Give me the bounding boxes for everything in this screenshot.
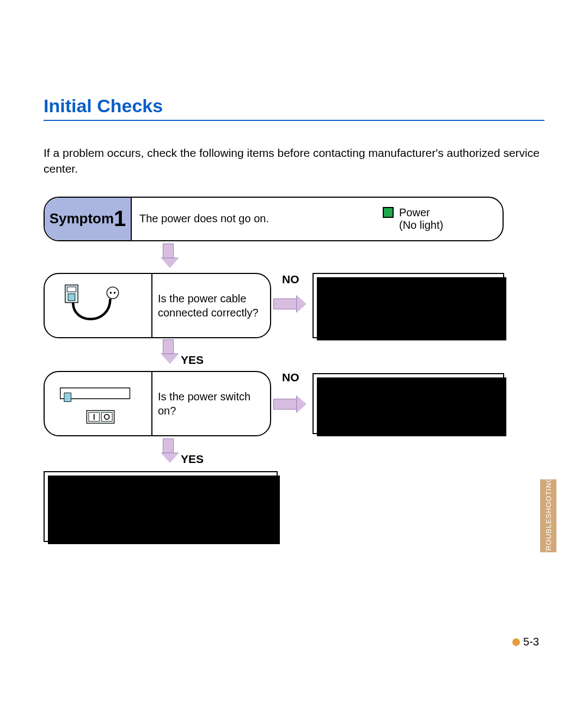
svg-rect-2 xyxy=(68,294,75,301)
symptom-bar: Symptom1 The power does not go on. Power… xyxy=(44,197,504,241)
page-number: 5-3 xyxy=(512,636,539,648)
no-label-2: NO xyxy=(282,371,299,384)
yes-label-1: YES xyxy=(181,354,204,367)
arrow-down-icon xyxy=(161,438,175,463)
power-cable-icon xyxy=(45,274,152,337)
flowchart: Symptom1 The power does not go on. Power… xyxy=(44,197,512,556)
symptom-description: The power does not go on. xyxy=(132,198,383,240)
title-rule xyxy=(44,120,544,121)
final-text: Contact manufacturer's authorized servic… xyxy=(54,486,246,517)
final-box: Contact manufacturer's authorized servic… xyxy=(44,471,278,542)
arrow-down-icon xyxy=(161,243,175,268)
arrow-right-icon xyxy=(273,397,307,411)
symptom-number: 1 xyxy=(114,206,126,231)
svg-point-5 xyxy=(114,292,116,294)
symptom-label: Symptom xyxy=(50,210,114,227)
svg-rect-1 xyxy=(67,287,76,292)
action-box-1: Connect the power cable correctly. xyxy=(313,273,504,338)
power-led-icon xyxy=(383,207,394,218)
action-box-2: Press the power switch. xyxy=(313,373,504,434)
power-switch-icon xyxy=(45,372,152,435)
section-title: Initial Checks xyxy=(44,95,544,117)
svg-point-3 xyxy=(107,287,119,299)
question-box-1: Is the power cable connected correctly? xyxy=(44,273,271,338)
bullet-icon xyxy=(512,638,520,646)
intro-text: If a problem occurs, check the following… xyxy=(44,145,544,177)
svg-rect-6 xyxy=(64,393,71,401)
arrow-right-icon xyxy=(273,297,307,311)
no-label-1: NO xyxy=(282,273,299,286)
page-number-text: 5-3 xyxy=(523,636,539,648)
power-label: Power xyxy=(399,206,430,219)
svg-point-4 xyxy=(110,292,112,294)
question-2-text: Is the power switch on? xyxy=(152,372,270,435)
symptom-badge: Symptom1 xyxy=(45,198,132,240)
chapter-tab: TROUBLESHOOTING xyxy=(540,479,556,552)
question-box-2: Is the power switch on? xyxy=(44,371,271,436)
action-2-text: Press the power switch. xyxy=(323,396,456,410)
action-1-text: Connect the power cable correctly. xyxy=(323,289,462,320)
svg-rect-10 xyxy=(101,412,112,421)
yes-label-2: YES xyxy=(181,453,204,466)
question-1-text: Is the power cable connected correctly? xyxy=(152,274,270,337)
symptom-indicator: Power (No light) xyxy=(383,198,503,240)
arrow-down-icon xyxy=(161,339,175,364)
page-content: Initial Checks If a problem occurs, chec… xyxy=(44,95,544,556)
power-state: (No light) xyxy=(399,219,495,231)
